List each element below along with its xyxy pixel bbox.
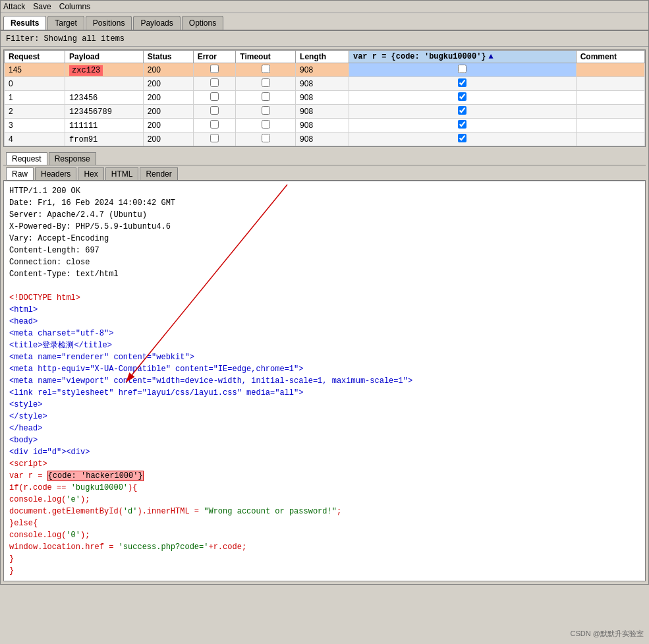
col-custom[interactable]: var r = {code: 'bugku10000'} ▲	[349, 51, 576, 63]
response-js-line: console.log('0');	[9, 529, 640, 541]
cell-payload: 123456789	[65, 105, 144, 119]
cell-length: 908	[296, 77, 349, 91]
col-error[interactable]: Error	[193, 51, 236, 63]
response-js-line: }	[9, 553, 640, 565]
cell-status: 200	[143, 105, 193, 119]
cell-timeout	[236, 63, 296, 77]
response-header-line: X-Powered-By: PHP/5.5.9-1ubuntu4.6	[9, 221, 640, 233]
cell-request: 1	[5, 91, 65, 105]
cell-timeout	[236, 132, 296, 146]
sub-tab-request[interactable]: Request	[6, 152, 47, 165]
response-html-line: <meta name="viewport" content="width=dev…	[9, 375, 640, 387]
cell-payload: from91	[65, 132, 144, 146]
cell-comment	[576, 105, 644, 119]
tab-target[interactable]: Target	[47, 16, 84, 30]
view-tabs: Raw Headers Hex HTML Render	[3, 165, 646, 181]
sub-tabs: Request Response	[3, 150, 646, 165]
response-js-line: var r = {code: 'hacker1000'}	[9, 470, 640, 482]
cell-custom	[349, 77, 576, 91]
response-html-line: <html>	[9, 304, 640, 316]
table-row[interactable]: 4 from91 200 908	[5, 132, 645, 146]
sub-tab-response[interactable]: Response	[49, 152, 96, 165]
response-html-line: <style>	[9, 399, 640, 411]
cell-timeout	[236, 119, 296, 132]
cell-length: 908	[296, 91, 349, 105]
results-table: Request Payload Status Error Timeout Len…	[4, 50, 645, 146]
col-length[interactable]: Length	[296, 51, 349, 63]
col-status[interactable]: Status	[143, 51, 193, 63]
cell-error	[193, 91, 236, 105]
table-row[interactable]: 3 111111 200 908	[5, 119, 645, 132]
response-js-line: }	[9, 565, 640, 577]
cell-custom	[349, 119, 576, 132]
cell-timeout	[236, 105, 296, 119]
view-tab-raw[interactable]: Raw	[6, 167, 34, 180]
cell-error	[193, 105, 236, 119]
response-html-line: <meta name="renderer" content="webkit">	[9, 351, 640, 363]
response-js-line: console.log('e');	[9, 494, 640, 506]
cell-payload: 123456	[65, 91, 144, 105]
response-html-line: <meta http-equiv="X-UA-Compatible" conte…	[9, 363, 640, 375]
col-payload[interactable]: Payload	[65, 51, 144, 63]
cell-payload: 111111	[65, 119, 144, 132]
cell-comment	[576, 77, 644, 91]
cell-comment	[576, 119, 644, 132]
cell-request: 3	[5, 119, 65, 132]
table-row[interactable]: 145 zxc123 200 908	[5, 63, 645, 77]
view-tab-html[interactable]: HTML	[105, 167, 139, 180]
cell-payload	[65, 77, 144, 91]
cell-status: 200	[143, 91, 193, 105]
cell-custom	[349, 63, 576, 77]
tab-options[interactable]: Options	[182, 16, 223, 30]
response-header-line: Connection: close	[9, 256, 640, 268]
response-header-line: Vary: Accept-Encoding	[9, 233, 640, 245]
cell-status: 200	[143, 63, 193, 77]
cell-error	[193, 63, 236, 77]
response-header-line: Content-Type: text/html	[9, 268, 640, 280]
cell-length: 908	[296, 132, 349, 146]
col-comment[interactable]: Comment	[576, 51, 644, 63]
cell-length: 908	[296, 63, 349, 77]
cell-timeout	[236, 77, 296, 91]
cell-payload: zxc123	[65, 63, 144, 77]
col-request[interactable]: Request	[5, 51, 65, 63]
response-html-line: <body>	[9, 434, 640, 446]
table-row[interactable]: 0 200 908	[5, 77, 645, 91]
menu-columns[interactable]: Columns	[59, 2, 90, 11]
response-html-line: <head>	[9, 316, 640, 328]
table-row[interactable]: 2 123456789 200 908	[5, 105, 645, 119]
cell-request: 0	[5, 77, 65, 91]
cell-error	[193, 132, 236, 146]
response-js-line: }else{	[9, 517, 640, 529]
filter-text: Filter: Showing all items	[6, 34, 125, 44]
tab-payloads[interactable]: Payloads	[133, 16, 180, 30]
response-header-line: Content-Length: 697	[9, 245, 640, 256]
response-html-line: </style>	[9, 411, 640, 423]
response-html-line: <title>登录检测</title>	[9, 339, 640, 351]
cell-length: 908	[296, 105, 349, 119]
tab-positions[interactable]: Positions	[86, 16, 132, 30]
col-timeout[interactable]: Timeout	[236, 51, 296, 63]
cell-status: 200	[143, 119, 193, 132]
cell-custom	[349, 105, 576, 119]
cell-request: 145	[5, 63, 65, 77]
response-header-line: Date: Fri, 16 Feb 2024 14:00:42 GMT	[9, 197, 640, 209]
view-tab-hex[interactable]: Hex	[78, 167, 103, 180]
response-html-line: <div id="d"><div>	[9, 446, 640, 458]
view-tab-headers[interactable]: Headers	[35, 167, 76, 180]
cell-request: 4	[5, 132, 65, 146]
cell-timeout	[236, 91, 296, 105]
response-html-line: </head>	[9, 423, 640, 434]
cell-comment	[576, 63, 644, 77]
response-header-line: Server: Apache/2.4.7 (Ubuntu)	[9, 209, 640, 221]
filter-bar: Filter: Showing all items	[1, 31, 648, 47]
table-row[interactable]: 1 123456 200 908	[5, 91, 645, 105]
cell-status: 200	[143, 77, 193, 91]
menu-attack[interactable]: Attack	[3, 2, 25, 11]
response-js-line: window.location.href = 'success.php?code…	[9, 541, 640, 553]
view-tab-render[interactable]: Render	[140, 167, 177, 180]
menu-save[interactable]: Save	[33, 2, 51, 11]
response-html-line: <!DOCTYPE html>	[9, 292, 640, 304]
tab-results[interactable]: Results	[3, 16, 46, 30]
cell-error	[193, 77, 236, 91]
